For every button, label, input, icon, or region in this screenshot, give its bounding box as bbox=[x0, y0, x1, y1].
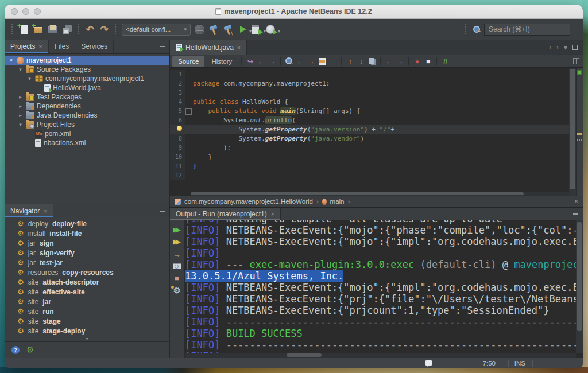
set-configuration-globe-button[interactable] bbox=[193, 23, 206, 36]
output-line[interactable]: [INFO] ---------------------------------… bbox=[185, 316, 576, 328]
rerun-icon[interactable]: ▶▶ bbox=[170, 224, 184, 235]
close-icon[interactable]: × bbox=[574, 197, 578, 205]
toggle-rectangular-selection-icon[interactable] bbox=[328, 56, 338, 67]
toggle-highlight-search-icon[interactable] bbox=[317, 56, 327, 67]
output-line[interactable]: [INFO] NETBEANS-ExecEvent:{"prj":{"file"… bbox=[185, 293, 576, 305]
code-line-7[interactable]: System.getProperty("java.version") + "/"… bbox=[170, 125, 569, 134]
open-in-window-icon[interactable] bbox=[170, 261, 184, 271]
zoom-window-button[interactable] bbox=[34, 8, 41, 15]
close-icon[interactable]: × bbox=[38, 43, 42, 50]
run-goal-arrow-icon[interactable]: → bbox=[170, 248, 184, 259]
tree-item-com-mycompany-mavenproject1[interactable]: ▾com.mycompany.mavenproject1 bbox=[5, 74, 169, 83]
code-line-9[interactable]: 9 ); bbox=[170, 143, 569, 153]
stop-macro-recording-icon[interactable]: ■ bbox=[423, 56, 433, 67]
minimize-panel-icon[interactable] bbox=[160, 46, 165, 47]
scroll-tabs-right-icon[interactable]: › bbox=[556, 44, 559, 52]
maven-goal-site-stage[interactable]: ⚙sitestage bbox=[5, 316, 169, 326]
output-line[interactable]: [INFO] NETBEANS-ExecEvent:{"mojo":{"impl… bbox=[185, 282, 576, 293]
close-icon[interactable]: × bbox=[237, 44, 241, 51]
tree-item-project-files[interactable]: ▾Project Files bbox=[5, 120, 169, 129]
output-line[interactable]: [INFO] NETBEANS-ExecEvent:{"mojo":{"impl… bbox=[185, 236, 576, 247]
code-line-4[interactable]: 4public class HelloWorld { bbox=[170, 98, 569, 107]
tab-list-chevron-icon[interactable]: ▾ bbox=[564, 44, 567, 52]
view-tab-history[interactable]: History bbox=[206, 56, 238, 67]
maven-goal-resources-copy-resources[interactable]: ⚙resourcescopy-resources bbox=[5, 267, 169, 277]
minimize-panel-icon[interactable] bbox=[573, 213, 578, 215]
navigator-settings-gear-icon[interactable]: ⚙ bbox=[26, 345, 34, 354]
new-file-button[interactable] bbox=[17, 23, 30, 36]
redo-button[interactable]: ↷ bbox=[98, 23, 111, 36]
tree-item-helloworld-java[interactable]: HelloWorld.java bbox=[5, 83, 169, 92]
new-project-button[interactable] bbox=[32, 23, 45, 36]
code-line-1[interactable]: 1 bbox=[170, 70, 569, 79]
jump-back-icon[interactable]: ← bbox=[256, 56, 266, 67]
output-line[interactable]: [INFO] bbox=[185, 247, 576, 259]
debug-project-button[interactable]: ▾ bbox=[250, 23, 264, 36]
maven-goal-deploy-deploy-file[interactable]: ⚙deploydeploy-file bbox=[5, 219, 169, 228]
breadcrumb-chevron-icon[interactable]: › bbox=[316, 198, 319, 205]
scrollbar-thumb[interactable] bbox=[570, 69, 575, 189]
maven-goal-site-stage-deploy[interactable]: ⚙sitestage-deploy bbox=[5, 326, 169, 336]
scrollbar-thumb[interactable] bbox=[287, 353, 322, 357]
last-edited-position-icon[interactable]: ↪ bbox=[245, 56, 255, 67]
code-line-3[interactable]: 3 bbox=[170, 88, 569, 98]
tree-item-mavenproject1[interactable]: ▾mavenproject1 bbox=[5, 56, 169, 65]
code-line-11[interactable]: 11} bbox=[170, 162, 569, 171]
fold-indicator[interactable] bbox=[185, 107, 191, 116]
run-project-button[interactable]: ▾ bbox=[236, 23, 249, 36]
minimize-window-button[interactable] bbox=[22, 8, 29, 15]
jump-forward-icon[interactable]: → bbox=[267, 56, 277, 67]
tree-item-source-packages[interactable]: ▾Source Packages bbox=[5, 65, 169, 74]
tree-item-pom-xml[interactable]: pom.xml bbox=[5, 129, 169, 138]
maven-goal-jar-sign[interactable]: ⚙jarsign bbox=[5, 238, 169, 248]
code-line-2[interactable]: 2package com.mycompany.mavenproject1; bbox=[170, 79, 569, 88]
maven-goal-install-install-file[interactable]: ⚙installinstall-file bbox=[5, 228, 169, 238]
scroll-down-hint-icon[interactable]: ▾ bbox=[5, 337, 169, 341]
output-line[interactable]: [INFO] ---------------------------------… bbox=[185, 339, 576, 351]
previous-bookmark-icon[interactable]: ↑ bbox=[345, 56, 355, 67]
output-horizontal-scrollbar[interactable] bbox=[185, 353, 576, 358]
comment-icon[interactable]: // bbox=[440, 56, 450, 67]
find-previous-occurrence-icon[interactable]: ← bbox=[295, 56, 305, 67]
navigator-goal-list[interactable]: ⚙deploydeploy-file⚙installinstall-file⚙j… bbox=[5, 217, 169, 337]
tree-item-dependencies[interactable]: ▸Dependencies bbox=[5, 102, 169, 111]
code-line-12[interactable]: 12 bbox=[170, 171, 569, 180]
maven-goal-site-run[interactable]: ⚙siterun bbox=[5, 306, 169, 316]
projects-tree[interactable]: ▾mavenproject1▾Source Packages▾com.mycom… bbox=[5, 54, 169, 205]
output-line[interactable]: [INFO] NETBEANS-ExecEvent:{"mojo":{"phas… bbox=[185, 224, 576, 236]
close-window-button[interactable] bbox=[11, 8, 18, 15]
notification-balloon-icon[interactable] bbox=[425, 360, 432, 366]
shift-line-left-icon[interactable]: ← bbox=[384, 56, 394, 67]
breadcrumb-class[interactable]: com.mycompany.mavenproject1.HelloWorld bbox=[184, 198, 313, 205]
maven-goal-site-effective-site[interactable]: ⚙siteeffective-site bbox=[5, 287, 169, 297]
tab-helloworld-java[interactable]: HelloWorld.java × bbox=[170, 40, 247, 55]
output-console[interactable]: [INFO] Nothing to compile - all classes … bbox=[185, 220, 576, 353]
project-configuration-select[interactable]: <default confi... ▾ bbox=[122, 24, 191, 36]
output-settings-icon[interactable]: ⚙ bbox=[170, 285, 184, 296]
code-line-5[interactable]: 5 public static void main(String[] args)… bbox=[170, 107, 569, 116]
editor-horizontal-scrollbar[interactable] bbox=[191, 192, 569, 196]
search-icon[interactable] bbox=[473, 25, 481, 34]
shift-line-right-icon[interactable]: → bbox=[395, 56, 405, 67]
tree-item-java-dependencies[interactable]: ▸Java Dependencies bbox=[5, 111, 169, 120]
maven-goal-jar-sign-verify[interactable]: ⚙jarsign-verify bbox=[5, 248, 169, 258]
build-project-button[interactable] bbox=[207, 23, 220, 36]
find-selection-icon[interactable] bbox=[284, 56, 294, 67]
breadcrumb-chevron-icon[interactable]: › bbox=[348, 198, 350, 205]
clean-and-build-project-button[interactable] bbox=[222, 23, 235, 36]
code-line-6[interactable]: 6 System.out.println( bbox=[170, 116, 569, 125]
scrollbar-thumb[interactable] bbox=[191, 192, 524, 195]
code-editor[interactable]: 12package com.mycompany.mavenproject1;34… bbox=[170, 68, 583, 196]
tab-projects[interactable]: Projects × bbox=[5, 40, 49, 53]
tree-item-nbactions-xml[interactable]: nbactions.xml bbox=[5, 138, 169, 147]
output-line[interactable]: 13.0.5.1/Azul Systems, Inc. bbox=[185, 270, 576, 282]
output-vertical-scrollbar[interactable] bbox=[576, 220, 583, 353]
open-project-button[interactable] bbox=[46, 23, 59, 36]
split-document-icon[interactable] bbox=[573, 58, 579, 64]
start-macro-recording-icon[interactable]: ● bbox=[412, 56, 422, 67]
toggle-bookmark-icon[interactable] bbox=[367, 56, 377, 67]
tree-item-test-packages[interactable]: ▸Test Packages bbox=[5, 92, 169, 102]
help-icon[interactable]: ? bbox=[11, 346, 20, 354]
maximize-editor-icon[interactable] bbox=[572, 45, 578, 50]
undo-button[interactable]: ↶ bbox=[83, 23, 96, 36]
